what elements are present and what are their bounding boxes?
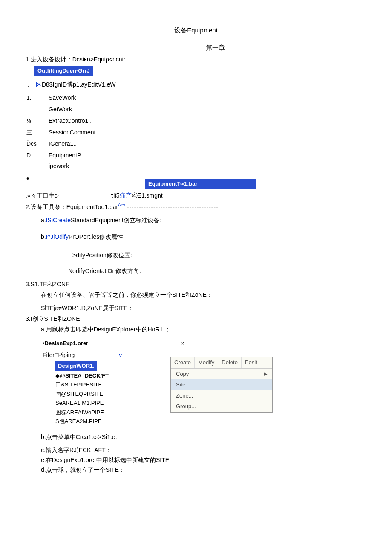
menu-left-4: Ďcs <box>26 139 48 149</box>
menu-item-site[interactable]: Site... <box>171 379 272 390</box>
section-3: 3.S1.TE和ZONE <box>26 280 366 289</box>
item-d: NodifyOrientatiOn修改方向: <box>68 267 366 276</box>
menu-extract: ExtractContro1.. <box>49 116 100 126</box>
menu-item-zone[interactable]: Zone... <box>171 390 272 401</box>
menu-tab-delete[interactable]: Delete <box>218 357 242 368</box>
step2-sup: Λcy <box>118 203 125 207</box>
menu-left-3: 三 <box>26 127 48 138</box>
menu-ipework: ipework <box>49 162 96 171</box>
menu-item-copy[interactable]: Copy ▶ <box>171 369 272 380</box>
step-1: 1.进入设备设计：Dcsiκn>Equiρ<ncnt: <box>26 55 366 64</box>
cc-text: ,«々丁口生c· <box>26 192 59 199</box>
menu-copy-label: Copy <box>176 370 189 378</box>
step-b: b.点击菜单中Crca1.c->Si1.e: <box>41 433 366 442</box>
tree-item-2[interactable]: 田&SITEPIPESITE <box>55 381 153 389</box>
tree-item-3[interactable]: 国@SITEQPRSITE <box>55 390 153 398</box>
pain-link: 疝产 <box>120 192 132 199</box>
tli-text: .τIi5 <box>109 192 119 199</box>
close-icon[interactable]: × <box>181 340 184 346</box>
menu-equipment: EquipmentP <box>49 151 96 160</box>
step-e: e.在DesignExp1.orer中用以标选中新建立的SITE. <box>41 456 366 465</box>
menu-left-2: ⅛ <box>26 116 48 126</box>
chapter-heading: 第一章 <box>64 43 366 53</box>
item-b-rest: PrOPert.ies修改属性: <box>69 233 125 240</box>
tree-item-5[interactable]: 图⑥AREAIWePIPE <box>55 408 153 417</box>
tree-item-4[interactable]: SeAREA1.M1.PIPE <box>55 399 153 407</box>
menu-session: SessionComment <box>49 127 100 138</box>
menu-left-6: • <box>26 172 48 186</box>
menu-general: IGenera1.. <box>49 139 100 149</box>
dropdown-icon[interactable]: v <box>119 351 122 360</box>
menu-savework: SaveWork <box>49 93 96 102</box>
dashes: -------------------------------------- <box>127 203 219 210</box>
menu-tab-modify[interactable]: Modify <box>195 357 218 368</box>
item-a-rest: StandardEquipment创立标准设备: <box>71 217 161 224</box>
tree-item-6[interactable]: S包AREA2M.PIPE <box>55 417 153 426</box>
menu-tab-create[interactable]: Create <box>171 357 195 368</box>
explorer-title: DesisnExp1.orer <box>45 340 89 346</box>
area-link: 区 <box>36 81 42 88</box>
menu-left-5: D <box>26 150 48 171</box>
menu-getwork: GetWork <box>49 105 96 114</box>
step-d: d.点击球，就创立了一个SITE： <box>41 465 366 474</box>
item-b-link: I^JiOdify <box>46 233 69 240</box>
section-3-desc: 在创立任何设备、管子等等之前，你必须建立一个SITE和ZoNE： <box>41 291 366 299</box>
tree-item-prefix: ◆@ <box>55 372 65 379</box>
item-c: >difyPosition修改位置: <box>72 251 366 260</box>
section-3-line2: SlTEja≠WOR1.D,ZoNE属于SITE： <box>41 304 366 313</box>
el-text: ④E1.smgnt <box>132 192 163 199</box>
menu-item-group[interactable]: Group... <box>171 401 272 412</box>
colon: ： <box>26 81 32 88</box>
outfitting-box: OutfittingDden-GrrJ <box>34 66 93 76</box>
filter-label: Fifer□Piping <box>43 352 75 358</box>
tree-item-1[interactable]: SITEA_DECK/FT <box>65 372 109 379</box>
toolbar-box: EquipmentT∞1.bar <box>145 179 256 189</box>
tree-root[interactable]: DesignWOR1. <box>55 361 97 371</box>
doc-title: 设备Equipment <box>26 26 366 35</box>
menu-left-1: 1. <box>26 93 48 115</box>
item-a-prefix: a. <box>41 217 46 224</box>
section-31: 3.I创立SITE和ZONE <box>26 314 366 323</box>
d8-text: D8$IgnID博p1.ayEditV1.eW <box>42 81 116 88</box>
menu-list: 1. SaveWork GetWork ⅛ ExtractContro1.. 三… <box>26 92 101 186</box>
context-menu: Create Modify Delete Posit Copy ▶ Site..… <box>170 357 273 413</box>
step-c: c.输入名字RJ)ECK_AFT： <box>41 446 366 455</box>
step-2: 2.设备工具条：EquipmentToo1.bar <box>26 203 118 210</box>
menu-tab-posit[interactable]: Posit <box>242 357 261 368</box>
item-a-link: ISiCreate <box>46 217 71 224</box>
submenu-arrow-icon: ▶ <box>264 370 267 378</box>
item-b-prefix: b. <box>41 233 46 240</box>
section-31-a: a.用鼠标点击即选中DesignEXpIorer中的HoR1.； <box>41 325 366 334</box>
